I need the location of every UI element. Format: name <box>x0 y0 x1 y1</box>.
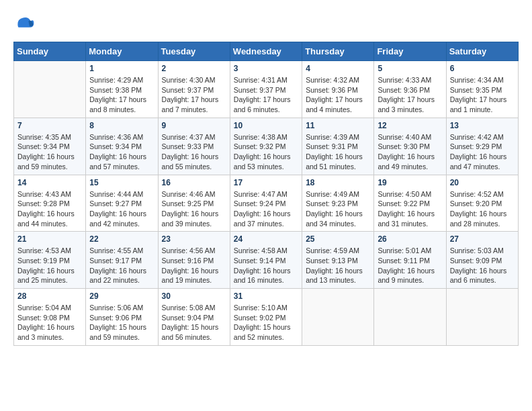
calendar-cell: 15Sunrise: 4:44 AM Sunset: 9:27 PM Dayli… <box>86 175 158 232</box>
day-info: Sunrise: 5:03 AM Sunset: 9:09 PM Dayligh… <box>450 246 515 285</box>
day-number: 11 <box>306 121 370 130</box>
page-header <box>13 13 519 35</box>
weekday-header-tuesday: Tuesday <box>158 42 230 61</box>
day-info: Sunrise: 4:53 AM Sunset: 9:19 PM Dayligh… <box>17 246 82 285</box>
day-info: Sunrise: 4:39 AM Sunset: 9:31 PM Dayligh… <box>306 132 370 172</box>
day-number: 27 <box>450 234 515 244</box>
day-info: Sunrise: 4:37 AM Sunset: 9:33 PM Dayligh… <box>162 132 226 172</box>
calendar-cell: 1Sunrise: 4:29 AM Sunset: 9:38 PM Daylig… <box>86 61 158 118</box>
day-info: Sunrise: 4:42 AM Sunset: 9:29 PM Dayligh… <box>450 132 515 172</box>
day-number: 10 <box>234 121 298 130</box>
day-number: 25 <box>306 234 370 244</box>
calendar-cell: 11Sunrise: 4:39 AM Sunset: 9:31 PM Dayli… <box>302 118 374 175</box>
calendar-cell: 27Sunrise: 5:03 AM Sunset: 9:09 PM Dayli… <box>446 232 518 289</box>
calendar-cell: 22Sunrise: 4:55 AM Sunset: 9:17 PM Dayli… <box>86 232 158 289</box>
day-info: Sunrise: 4:46 AM Sunset: 9:25 PM Dayligh… <box>162 189 226 229</box>
weekday-header-wednesday: Wednesday <box>230 42 302 61</box>
weekday-header-thursday: Thursday <box>302 42 374 61</box>
calendar-cell: 16Sunrise: 4:46 AM Sunset: 9:25 PM Dayli… <box>158 175 230 232</box>
calendar-cell: 28Sunrise: 5:04 AM Sunset: 9:08 PM Dayli… <box>14 289 86 346</box>
logo <box>13 13 39 35</box>
day-number: 22 <box>89 234 154 244</box>
calendar-cell: 31Sunrise: 5:10 AM Sunset: 9:02 PM Dayli… <box>230 289 302 346</box>
day-info: Sunrise: 4:36 AM Sunset: 9:34 PM Dayligh… <box>89 132 154 172</box>
day-info: Sunrise: 4:32 AM Sunset: 9:36 PM Dayligh… <box>306 75 370 115</box>
day-number: 19 <box>378 178 442 187</box>
day-number: 14 <box>17 178 82 187</box>
day-info: Sunrise: 4:43 AM Sunset: 9:28 PM Dayligh… <box>17 189 82 229</box>
day-info: Sunrise: 4:49 AM Sunset: 9:23 PM Dayligh… <box>306 189 370 229</box>
day-info: Sunrise: 4:50 AM Sunset: 9:22 PM Dayligh… <box>378 189 442 229</box>
calendar-cell: 9Sunrise: 4:37 AM Sunset: 9:33 PM Daylig… <box>158 118 230 175</box>
day-info: Sunrise: 4:52 AM Sunset: 9:20 PM Dayligh… <box>450 189 515 229</box>
day-number: 13 <box>450 121 515 130</box>
weekday-header-saturday: Saturday <box>446 42 518 61</box>
calendar-cell: 14Sunrise: 4:43 AM Sunset: 9:28 PM Dayli… <box>14 175 86 232</box>
day-number: 15 <box>89 178 154 187</box>
calendar-cell: 29Sunrise: 5:06 AM Sunset: 9:06 PM Dayli… <box>86 289 158 346</box>
calendar-cell: 3Sunrise: 4:31 AM Sunset: 9:37 PM Daylig… <box>230 61 302 118</box>
day-info: Sunrise: 4:58 AM Sunset: 9:14 PM Dayligh… <box>234 246 298 285</box>
calendar-cell: 6Sunrise: 4:34 AM Sunset: 9:35 PM Daylig… <box>446 61 518 118</box>
day-info: Sunrise: 5:10 AM Sunset: 9:02 PM Dayligh… <box>234 303 298 342</box>
day-number: 18 <box>306 178 370 187</box>
day-info: Sunrise: 4:33 AM Sunset: 9:36 PM Dayligh… <box>378 75 442 115</box>
day-info: Sunrise: 5:01 AM Sunset: 9:11 PM Dayligh… <box>378 246 442 285</box>
calendar-cell: 21Sunrise: 4:53 AM Sunset: 9:19 PM Dayli… <box>14 232 86 289</box>
day-number: 31 <box>234 291 298 301</box>
day-info: Sunrise: 5:04 AM Sunset: 9:08 PM Dayligh… <box>17 303 82 342</box>
day-info: Sunrise: 4:35 AM Sunset: 9:34 PM Dayligh… <box>17 132 82 172</box>
day-info: Sunrise: 4:30 AM Sunset: 9:37 PM Dayligh… <box>162 75 226 115</box>
calendar-cell: 25Sunrise: 4:59 AM Sunset: 9:13 PM Dayli… <box>302 232 374 289</box>
calendar-cell: 24Sunrise: 4:58 AM Sunset: 9:14 PM Dayli… <box>230 232 302 289</box>
calendar-cell <box>446 289 518 346</box>
day-info: Sunrise: 4:40 AM Sunset: 9:30 PM Dayligh… <box>378 132 442 172</box>
calendar-table: SundayMondayTuesdayWednesdayThursdayFrid… <box>13 42 519 346</box>
calendar-cell <box>302 289 374 346</box>
calendar-cell: 26Sunrise: 5:01 AM Sunset: 9:11 PM Dayli… <box>374 232 446 289</box>
calendar-cell: 5Sunrise: 4:33 AM Sunset: 9:36 PM Daylig… <box>374 61 446 118</box>
day-number: 21 <box>17 234 82 244</box>
day-number: 3 <box>234 64 298 73</box>
calendar-cell: 4Sunrise: 4:32 AM Sunset: 9:36 PM Daylig… <box>302 61 374 118</box>
day-number: 12 <box>378 121 442 130</box>
calendar-cell <box>374 289 446 346</box>
calendar-cell: 10Sunrise: 4:38 AM Sunset: 9:32 PM Dayli… <box>230 118 302 175</box>
day-number: 24 <box>234 234 298 244</box>
day-number: 30 <box>162 291 226 301</box>
day-info: Sunrise: 4:31 AM Sunset: 9:37 PM Dayligh… <box>234 75 298 115</box>
calendar-week-row: 14Sunrise: 4:43 AM Sunset: 9:28 PM Dayli… <box>14 175 519 232</box>
calendar-cell: 20Sunrise: 4:52 AM Sunset: 9:20 PM Dayli… <box>446 175 518 232</box>
weekday-header-friday: Friday <box>374 42 446 61</box>
calendar-cell: 17Sunrise: 4:47 AM Sunset: 9:24 PM Dayli… <box>230 175 302 232</box>
day-info: Sunrise: 4:55 AM Sunset: 9:17 PM Dayligh… <box>89 246 154 285</box>
calendar-header-row: SundayMondayTuesdayWednesdayThursdayFrid… <box>14 42 519 61</box>
day-number: 29 <box>89 291 154 301</box>
day-number: 26 <box>378 234 442 244</box>
day-number: 20 <box>450 178 515 187</box>
calendar-week-row: 21Sunrise: 4:53 AM Sunset: 9:19 PM Dayli… <box>14 232 519 289</box>
calendar-cell: 30Sunrise: 5:08 AM Sunset: 9:04 PM Dayli… <box>158 289 230 346</box>
weekday-header-monday: Monday <box>86 42 158 61</box>
day-number: 5 <box>378 64 442 73</box>
day-info: Sunrise: 5:08 AM Sunset: 9:04 PM Dayligh… <box>162 303 226 342</box>
weekday-header-sunday: Sunday <box>14 42 86 61</box>
calendar-week-row: 28Sunrise: 5:04 AM Sunset: 9:08 PM Dayli… <box>14 289 519 346</box>
day-number: 28 <box>17 291 82 301</box>
day-info: Sunrise: 4:38 AM Sunset: 9:32 PM Dayligh… <box>234 132 298 172</box>
logo-icon <box>13 13 35 35</box>
day-number: 1 <box>89 64 154 73</box>
calendar-cell: 13Sunrise: 4:42 AM Sunset: 9:29 PM Dayli… <box>446 118 518 175</box>
day-info: Sunrise: 4:29 AM Sunset: 9:38 PM Dayligh… <box>89 75 154 115</box>
day-number: 7 <box>17 121 82 130</box>
calendar-cell <box>14 61 86 118</box>
day-number: 16 <box>162 178 226 187</box>
day-info: Sunrise: 4:47 AM Sunset: 9:24 PM Dayligh… <box>234 189 298 229</box>
day-number: 23 <box>162 234 226 244</box>
day-number: 2 <box>162 64 226 73</box>
day-number: 8 <box>89 121 154 130</box>
day-info: Sunrise: 4:44 AM Sunset: 9:27 PM Dayligh… <box>89 189 154 229</box>
calendar-cell: 18Sunrise: 4:49 AM Sunset: 9:23 PM Dayli… <box>302 175 374 232</box>
calendar-week-row: 7Sunrise: 4:35 AM Sunset: 9:34 PM Daylig… <box>14 118 519 175</box>
calendar-cell: 7Sunrise: 4:35 AM Sunset: 9:34 PM Daylig… <box>14 118 86 175</box>
